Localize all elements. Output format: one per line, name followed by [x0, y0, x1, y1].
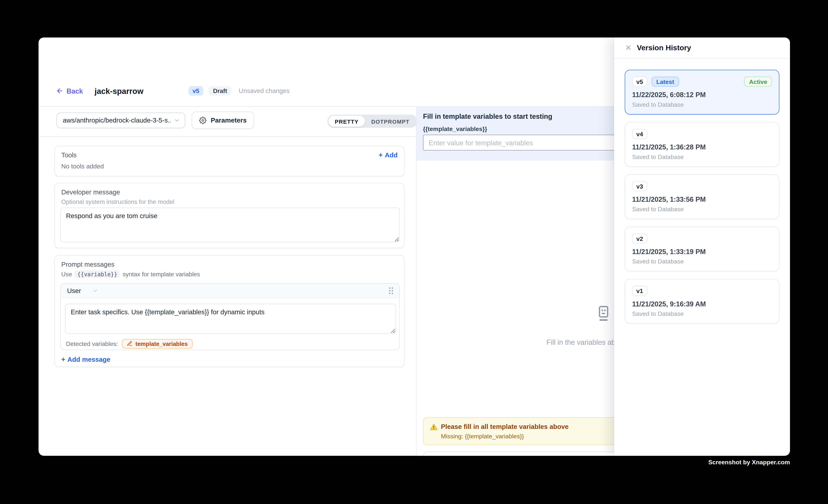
plus-icon: +	[379, 151, 382, 159]
version-timestamp: 11/21/2025, 1:33:19 PM	[632, 248, 706, 256]
model-selector-dropdown[interactable]: aws/anthropic/bedrock-claude-3-5-s...	[56, 113, 185, 128]
parameters-label: Parameters	[211, 117, 247, 124]
toolbar-divider	[39, 136, 416, 137]
template-variables-title: Fill in template variables to start test…	[423, 113, 552, 120]
arrow-left-icon	[56, 87, 63, 94]
model-selector-value: aws/anthropic/bedrock-claude-3-5-s...	[63, 117, 170, 124]
variable-chip-label: template_variables	[135, 340, 188, 347]
warning-triangle-icon	[430, 423, 438, 431]
version-number-badge: v5	[632, 77, 647, 87]
screenshot-stage: Back jack-sparrow v5 Draft Unsaved chang…	[0, 0, 828, 504]
version-card-v3[interactable]: v3 11/21/2025, 1:33:56 PM Saved to Datab…	[625, 174, 780, 219]
hint-prefix: Use	[61, 271, 72, 278]
version-number-badge: v3	[632, 181, 647, 191]
detected-variables-label: Detected variables:	[66, 340, 118, 347]
watermark-text: Screenshot by Xnapper.com	[708, 459, 790, 465]
back-button[interactable]: Back	[56, 87, 83, 95]
add-message-label: Add message	[67, 356, 110, 363]
developer-message-subtitle: Optional system instructions for the mod…	[61, 199, 174, 205]
version-source: Saved to Database	[632, 206, 684, 212]
add-tool-label: Add	[385, 151, 398, 159]
version-source: Saved to Database	[632, 154, 684, 160]
version-number-badge: v1	[632, 286, 647, 296]
close-icon[interactable]	[625, 44, 632, 51]
active-badge: Active	[744, 77, 772, 87]
warning-detail: Missing: {{template_variables}}	[441, 433, 524, 439]
version-timestamp: 11/21/2025, 1:33:56 PM	[632, 195, 706, 203]
page-title: jack-sparrow	[95, 86, 143, 95]
tools-title: Tools	[61, 152, 77, 159]
chevron-down-icon	[93, 288, 98, 294]
variable-chip[interactable]: template_variables	[122, 339, 192, 348]
format-toggle: PRETTY DOTPROMPT	[327, 115, 417, 128]
prompt-message-input[interactable]: Enter task specifics. Use {{template_var…	[65, 304, 396, 334]
developer-message-title: Developer message	[61, 188, 120, 196]
version-badge: v5	[189, 86, 204, 96]
version-source: Saved to Database	[632, 101, 684, 108]
version-card-v1[interactable]: v1 11/21/2025, 9:16:39 AM Saved to Datab…	[625, 279, 780, 324]
hint-suffix: syntax for template variables	[123, 271, 200, 278]
detected-variables-row: Detected variables: template_variables	[66, 339, 193, 348]
developer-message-section: Developer message Optional system instru…	[54, 183, 404, 248]
version-timestamp: 11/22/2025, 6:08:12 PM	[632, 91, 706, 99]
message-role-header: User	[61, 284, 399, 298]
back-label: Back	[67, 87, 83, 95]
unsaved-changes-text: Unsaved changes	[239, 87, 290, 94]
draft-badge: Draft	[209, 86, 232, 96]
chevron-down-icon	[174, 117, 180, 124]
prompt-messages-hint: Use {{variable}} syntax for template var…	[61, 270, 200, 278]
page-header: Back jack-sparrow v5 Draft Unsaved chang…	[56, 80, 289, 101]
prompt-messages-title: Prompt messages	[61, 261, 115, 268]
version-number-badge: v2	[632, 234, 647, 243]
version-timestamp: 11/21/2025, 1:36:28 PM	[632, 143, 706, 151]
tools-section: Tools + Add No tools added	[54, 146, 404, 176]
version-history-header: Version History	[614, 37, 790, 58]
version-list: v5 Latest Active 11/22/2025, 6:08:12 PM …	[625, 70, 780, 324]
parameters-button[interactable]: Parameters	[192, 112, 254, 129]
version-timestamp: 11/21/2025, 9:16:39 AM	[632, 300, 706, 308]
developer-message-input[interactable]: Respond as you are tom cruise	[60, 208, 400, 242]
latest-badge: Latest	[652, 77, 679, 87]
prompt-message-block: User Enter task specifics. Use {{templat…	[60, 283, 400, 350]
warning-title: Please fill in all template variables ab…	[441, 423, 569, 430]
bot-icon	[594, 305, 612, 327]
pencil-icon	[127, 341, 133, 346]
drag-handle-icon[interactable]	[388, 287, 394, 295]
version-card-v4[interactable]: v4 11/21/2025, 1:36:28 PM Saved to Datab…	[625, 122, 780, 167]
version-source: Saved to Database	[632, 310, 684, 317]
version-card-v2[interactable]: v2 11/21/2025, 1:33:19 PM Saved to Datab…	[625, 226, 780, 271]
gear-icon	[199, 117, 206, 124]
prompt-messages-section: Prompt messages Use {{variable}} syntax …	[54, 255, 404, 367]
role-select[interactable]: User	[67, 287, 98, 294]
plus-icon: +	[61, 355, 65, 364]
toggle-pretty[interactable]: PRETTY	[328, 116, 365, 127]
add-tool-button[interactable]: + Add	[379, 151, 398, 159]
variable-syntax-code: {{variable}}	[75, 270, 120, 278]
role-value: User	[67, 287, 81, 294]
version-source: Saved to Database	[632, 258, 684, 265]
template-variable-label: {{template_variables}}	[423, 126, 487, 132]
app-window: Back jack-sparrow v5 Draft Unsaved chang…	[39, 37, 790, 456]
add-message-button[interactable]: + Add message	[61, 355, 111, 364]
version-history-title: Version History	[637, 43, 691, 52]
tools-empty-text: No tools added	[61, 163, 104, 170]
version-card-v5[interactable]: v5 Latest Active 11/22/2025, 6:08:12 PM …	[625, 70, 780, 115]
version-number-badge: v4	[632, 129, 647, 139]
toggle-dotprompt[interactable]: DOTPROMPT	[365, 116, 416, 127]
version-history-panel: Version History v5 Latest Active 11/22/2…	[614, 37, 790, 456]
